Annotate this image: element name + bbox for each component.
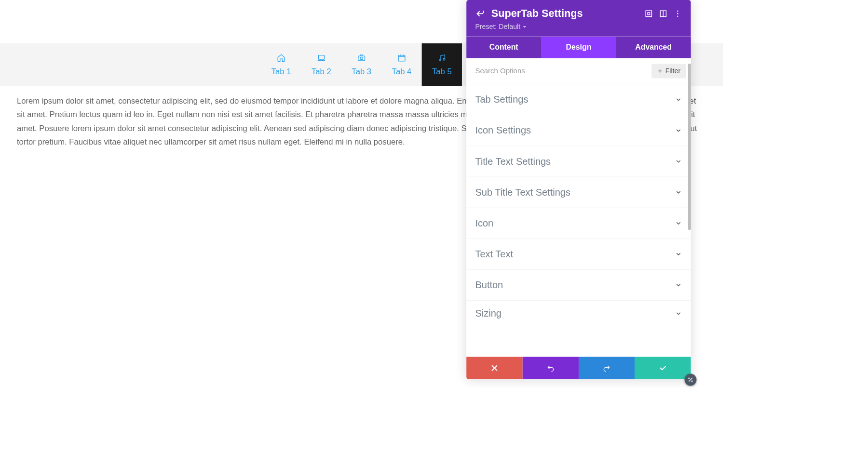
- tab-label: Tab 2: [312, 67, 331, 76]
- resize-handle[interactable]: [684, 374, 696, 386]
- svg-point-5: [443, 58, 445, 60]
- section-title: Sub Title Text Settings: [475, 186, 570, 198]
- filter-label: Filter: [665, 67, 680, 75]
- tab-label: Tab 3: [352, 67, 371, 76]
- tab-5[interactable]: Tab 5: [422, 43, 462, 86]
- chevron-down-icon: [675, 189, 682, 196]
- resize-icon: [687, 376, 693, 383]
- section-sizing[interactable]: Sizing: [466, 301, 691, 324]
- section-title: Title Text Settings: [475, 156, 551, 167]
- section-tab-settings[interactable]: Tab Settings: [466, 84, 691, 115]
- panel-tab-content[interactable]: Content: [466, 37, 541, 58]
- svg-rect-6: [646, 11, 651, 16]
- chevron-down-icon: [675, 251, 682, 258]
- section-text-text[interactable]: Text Text: [466, 239, 691, 270]
- music-icon: [437, 53, 446, 62]
- panel-tabs: Content Design Advanced: [466, 37, 691, 58]
- search-row: Filter: [466, 58, 691, 84]
- panel-footer: [466, 357, 691, 380]
- settings-panel: SuperTab Settings Preset: Default Conten…: [466, 0, 691, 379]
- back-icon[interactable]: [475, 7, 486, 19]
- section-title: Icon Settings: [475, 125, 531, 136]
- calendar-icon: [397, 53, 406, 62]
- svg-rect-0: [318, 55, 324, 59]
- tab-label: Tab 1: [271, 67, 291, 76]
- tab-4[interactable]: Tab 4: [381, 43, 421, 86]
- laptop-icon: [317, 53, 326, 62]
- caret-down-icon: [523, 25, 527, 29]
- panel-header: SuperTab Settings Preset: Default: [466, 0, 691, 37]
- save-button[interactable]: [635, 357, 691, 380]
- section-title: Button: [475, 279, 503, 291]
- section-icon-settings[interactable]: Icon Settings: [466, 115, 691, 146]
- sections-list: Tab Settings Icon Settings Title Text Se…: [466, 84, 691, 357]
- preset-label: Preset: Default: [475, 23, 520, 31]
- panel-title: SuperTab Settings: [491, 7, 639, 20]
- camera-icon: [357, 53, 366, 62]
- svg-rect-3: [398, 55, 405, 61]
- svg-point-11: [677, 15, 678, 16]
- svg-point-10: [677, 13, 678, 14]
- preset-selector[interactable]: Preset: Default: [475, 23, 682, 31]
- check-icon: [659, 364, 667, 372]
- undo-button[interactable]: [523, 357, 579, 380]
- undo-icon: [546, 364, 555, 372]
- panel-tab-design[interactable]: Design: [541, 37, 616, 58]
- close-icon: [490, 364, 499, 372]
- section-title: Icon: [475, 217, 493, 228]
- filter-button[interactable]: Filter: [651, 64, 686, 78]
- section-icon[interactable]: Icon: [466, 208, 691, 239]
- chevron-down-icon: [675, 220, 682, 227]
- chevron-down-icon: [675, 96, 682, 103]
- more-icon[interactable]: [673, 9, 682, 18]
- tab-label: Tab 5: [432, 67, 452, 76]
- chevron-down-icon: [675, 281, 682, 289]
- svg-point-2: [360, 57, 363, 59]
- chevron-down-icon: [675, 158, 682, 165]
- svg-point-9: [677, 10, 678, 11]
- expand-icon[interactable]: [644, 9, 653, 18]
- layout-icon[interactable]: [659, 9, 667, 18]
- section-title: Tab Settings: [475, 94, 528, 105]
- svg-rect-1: [358, 56, 365, 61]
- chevron-down-icon: [675, 127, 682, 134]
- svg-rect-7: [648, 13, 650, 15]
- svg-point-4: [439, 59, 441, 61]
- section-title: Sizing: [475, 308, 501, 319]
- redo-button[interactable]: [579, 357, 635, 380]
- chevron-down-icon: [675, 310, 682, 317]
- section-subtitle-text-settings[interactable]: Sub Title Text Settings: [466, 177, 691, 208]
- tab-label: Tab 4: [392, 67, 412, 76]
- panel-tab-advanced[interactable]: Advanced: [616, 37, 691, 58]
- tab-3[interactable]: Tab 3: [341, 43, 381, 86]
- section-title-text-settings[interactable]: Title Text Settings: [466, 146, 691, 177]
- tab-2[interactable]: Tab 2: [301, 43, 341, 86]
- home-icon: [277, 53, 285, 62]
- section-button[interactable]: Button: [466, 270, 691, 301]
- close-button[interactable]: [466, 357, 522, 380]
- tab-1[interactable]: Tab 1: [261, 43, 301, 86]
- section-title: Text Text: [475, 249, 513, 260]
- scrollbar[interactable]: [688, 64, 691, 230]
- search-options-input[interactable]: [475, 67, 651, 75]
- plus-icon: [657, 68, 663, 74]
- redo-icon: [603, 364, 611, 372]
